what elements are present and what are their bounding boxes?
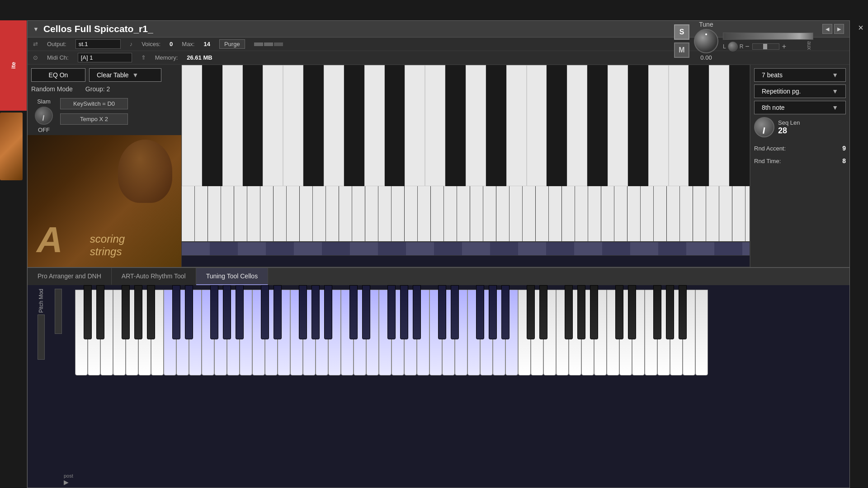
black-key[interactable] — [147, 285, 155, 339]
sm-buttons-col: S M — [674, 24, 689, 58]
black-key[interactable] — [476, 285, 484, 339]
note-row-pattern[interactable] — [182, 65, 750, 242]
memory-label: Memory: — [155, 54, 178, 61]
piano-roll-area[interactable] — [182, 65, 750, 267]
header-dropdown-arrow[interactable]: ▼ — [33, 26, 39, 33]
black-key[interactable] — [387, 285, 396, 339]
main-keyboard[interactable] — [75, 285, 849, 375]
black-key[interactable] — [210, 285, 218, 339]
clear-table-label: Clear Table — [97, 71, 129, 79]
right-controls-panel: 7 beats ▼ Repetition pg. ▼ 8th note ▼ Se… — [750, 65, 849, 267]
black-key[interactable] — [84, 285, 92, 339]
black-key[interactable] — [679, 285, 687, 339]
tab-art-rhythm[interactable]: ART-Auto Rhythm Tool — [112, 268, 196, 285]
black-key[interactable] — [451, 285, 459, 339]
black-key[interactable] — [489, 285, 497, 339]
beat-row-pattern[interactable] — [182, 242, 750, 255]
repetition-label: Repetition pg. — [762, 88, 801, 95]
white-key[interactable] — [695, 290, 708, 375]
slam-keyswitch-row: Slam OFF KeySwitch = D0 Tempo X 2 — [28, 96, 181, 135]
beats-label: 7 beats — [762, 71, 783, 79]
eq-on-button[interactable]: EQ On — [31, 68, 85, 82]
black-key[interactable] — [274, 285, 282, 339]
tune-knob-indicator — [705, 33, 707, 35]
nav-prev-button[interactable]: ◀ — [822, 24, 832, 34]
black-key[interactable] — [223, 285, 231, 339]
aux-label: aux — [806, 41, 812, 50]
black-key[interactable] — [527, 285, 535, 339]
output-select[interactable]: st.1 — [75, 39, 121, 49]
tempo-button[interactable]: Tempo X 2 — [60, 113, 128, 125]
black-key[interactable] — [324, 285, 332, 339]
repetition-dropdown-button[interactable]: Repetition pg. ▼ — [754, 84, 846, 98]
logo-strip-text: ite — [10, 62, 17, 69]
black-key[interactable] — [666, 285, 674, 339]
black-key[interactable] — [362, 285, 370, 339]
window-close-button[interactable]: × — [858, 23, 863, 33]
black-key[interactable] — [628, 285, 636, 339]
pan-knob[interactable] — [728, 42, 738, 52]
black-key[interactable] — [236, 285, 244, 339]
keyswitch-button[interactable]: KeySwitch = D0 — [60, 98, 128, 109]
black-key[interactable] — [299, 285, 307, 339]
mem-bar-3 — [274, 42, 283, 46]
mem-bar-2 — [264, 42, 273, 46]
fader-graphic[interactable] — [752, 43, 779, 50]
beats-dropdown-button[interactable]: 7 beats ▼ — [754, 68, 846, 82]
black-key[interactable] — [539, 285, 547, 339]
beats-arrow-icon: ▼ — [832, 71, 838, 79]
black-key[interactable] — [653, 285, 661, 339]
mute-button[interactable]: M — [674, 42, 689, 58]
black-key[interactable] — [438, 285, 446, 339]
purge-button[interactable]: Purge — [219, 39, 245, 49]
black-key[interactable] — [501, 285, 509, 339]
note-dropdown-button[interactable]: 8th note ▼ — [754, 101, 846, 114]
slam-knob[interactable] — [35, 107, 53, 125]
seq-len-text-label: Seq Len — [778, 119, 800, 126]
black-key[interactable] — [134, 285, 142, 339]
main-body: EQ On Clear Table ▼ Random Mode Group: 2… — [28, 65, 849, 267]
rnd-accent-label: Rnd Accent: — [754, 145, 786, 152]
midi-channel-select[interactable]: [A] 1 — [78, 53, 132, 62]
max-value: 14 — [203, 41, 210, 47]
rnd-time-row: Rnd Time: 8 — [754, 157, 846, 164]
stereo-controls: L R − + — [723, 42, 813, 52]
fader-plus-button[interactable]: + — [782, 42, 786, 51]
seq-len-knob[interactable] — [754, 117, 774, 137]
post-arrow-icon[interactable]: ▶ — [64, 479, 73, 486]
black-key[interactable] — [413, 285, 421, 339]
slam-col: Slam OFF — [35, 98, 53, 133]
black-key[interactable] — [96, 285, 104, 339]
logo-a-letter: A — [37, 222, 63, 258]
volume-slider[interactable] — [723, 33, 813, 40]
seq-len-label-group: Seq Len 28 — [778, 119, 800, 136]
black-key[interactable] — [565, 285, 573, 339]
clear-table-button[interactable]: Clear Table ▼ — [89, 68, 161, 82]
fader-minus-button[interactable]: − — [745, 42, 749, 51]
black-key[interactable] — [185, 285, 193, 339]
black-key[interactable] — [349, 285, 358, 339]
logo-text-area: A scoring strings — [37, 222, 125, 258]
black-key[interactable] — [172, 285, 180, 339]
violin-shape — [118, 140, 172, 203]
nav-next-button[interactable]: ▶ — [834, 24, 844, 34]
volume-bar-area: L R − + — [723, 31, 813, 52]
solo-button[interactable]: S — [674, 24, 689, 40]
black-key[interactable] — [311, 285, 320, 339]
midi-icon: ⊙ — [33, 54, 38, 61]
tune-knob[interactable] — [694, 29, 718, 53]
black-key[interactable] — [400, 285, 408, 339]
black-key[interactable] — [590, 285, 598, 339]
black-key[interactable] — [261, 285, 269, 339]
tab-tuning-tool[interactable]: Tuning Tool Cellos — [196, 268, 268, 285]
black-key[interactable] — [615, 285, 623, 339]
tab-pro-arranger[interactable]: Pro Arranger and DNH — [28, 268, 112, 285]
black-key[interactable] — [577, 285, 585, 339]
pitch-mod-slider[interactable] — [38, 314, 45, 360]
header-row: ▼ Cellos Full Spiccato_r1_ ◀ ▶ S M Tune … — [28, 21, 849, 38]
mod-slider-2[interactable] — [55, 289, 62, 334]
beat-row — [182, 242, 750, 255]
accent-row-pattern[interactable] — [182, 256, 750, 267]
black-key[interactable] — [122, 285, 130, 339]
left-label: L — [723, 43, 726, 50]
